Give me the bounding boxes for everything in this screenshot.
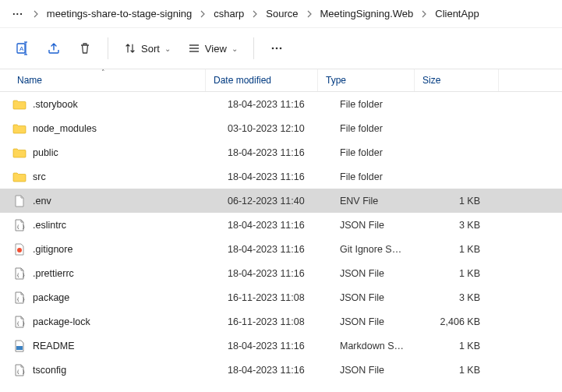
- file-type: JSON File: [318, 292, 415, 303]
- json-icon: { }: [12, 315, 27, 329]
- table-row[interactable]: src18-04-2023 11:16File folder: [0, 164, 562, 189]
- svg-point-12: [17, 248, 22, 253]
- file-type: File folder: [318, 147, 415, 158]
- svg-text:A: A: [19, 45, 24, 52]
- svg-text:{ }: { }: [16, 369, 25, 374]
- svg-text:{ }: { }: [16, 320, 25, 326]
- chevron-right-icon: [419, 10, 429, 18]
- git-icon: [12, 242, 27, 256]
- rename-button[interactable]: A: [8, 34, 37, 62]
- file-type: JSON File: [318, 365, 415, 376]
- separator: [253, 37, 254, 59]
- file-size: 1 KB: [415, 365, 499, 376]
- file-name: package: [33, 292, 69, 303]
- file-type: File folder: [318, 99, 415, 110]
- breadcrumb-item[interactable]: meetings-share-to-stage-signing: [44, 5, 195, 23]
- file-size: 1 KB: [415, 244, 499, 255]
- chevron-down-icon: ⌄: [232, 44, 238, 53]
- file-name: public: [33, 147, 58, 158]
- table-row[interactable]: { }package-lock16-11-2023 11:08JSON File…: [0, 309, 562, 334]
- table-row[interactable]: node_modules03-10-2023 12:10File folder: [0, 116, 562, 140]
- column-date-label: Date modified: [214, 75, 271, 86]
- sort-icon: [124, 42, 136, 55]
- file-name: node_modules: [33, 123, 97, 134]
- separator: [108, 37, 108, 59]
- file-date: 18-04-2023 11:16: [206, 171, 318, 182]
- sort-indicator-icon: ˄: [101, 69, 105, 76]
- md-icon: [12, 339, 27, 353]
- file-date: 16-11-2023 11:08: [206, 316, 318, 327]
- file-type: JSON File: [318, 220, 415, 231]
- table-row[interactable]: public18-04-2023 11:16File folder: [0, 140, 562, 164]
- table-row[interactable]: { }tsconfig18-04-2023 11:16JSON File1 KB: [0, 358, 562, 382]
- file-type: Markdown Source...: [318, 341, 415, 351]
- column-date[interactable]: Date modified: [206, 69, 318, 91]
- column-name[interactable]: Name ˄: [0, 69, 206, 91]
- delete-button[interactable]: [70, 34, 100, 62]
- file-name: src: [33, 171, 46, 182]
- table-row[interactable]: .storybook18-04-2023 11:16File folder: [0, 92, 562, 116]
- column-size[interactable]: Size: [415, 69, 499, 91]
- file-size: 1 KB: [415, 196, 499, 207]
- file-name: package-lock: [33, 316, 90, 327]
- svg-text:{ }: { }: [16, 296, 25, 302]
- svg-rect-16: [16, 346, 23, 350]
- file-size: 1 KB: [415, 341, 499, 351]
- breadcrumb-item[interactable]: ClientApp: [432, 5, 482, 23]
- column-name-label: Name: [17, 75, 42, 86]
- folder-icon: [12, 122, 27, 136]
- json-icon: { }: [12, 267, 27, 281]
- folder-icon: [12, 97, 27, 111]
- file-type: File folder: [318, 171, 415, 182]
- file-date: 06-12-2023 11:40: [206, 196, 318, 207]
- table-row[interactable]: { }package16-11-2023 11:08JSON File3 KB: [0, 285, 562, 309]
- view-button[interactable]: View ⌄: [180, 34, 246, 62]
- share-button[interactable]: [39, 34, 69, 62]
- file-type: ENV File: [318, 196, 415, 207]
- column-type-label: Type: [326, 75, 346, 86]
- folder-icon: [12, 146, 27, 160]
- chevron-right-icon: [198, 10, 207, 18]
- file-type: Git Ignore Source ...: [318, 244, 415, 255]
- file-date: 18-04-2023 11:16: [206, 268, 318, 279]
- file-date: 18-04-2023 11:16: [206, 99, 318, 110]
- breadcrumb-item[interactable]: Source: [263, 5, 301, 23]
- view-icon: [188, 42, 200, 55]
- svg-point-9: [275, 48, 277, 50]
- column-type[interactable]: Type: [318, 69, 415, 91]
- breadcrumb-item[interactable]: MeetingSigning.Web: [317, 5, 417, 23]
- chevron-down-icon: ⌄: [164, 44, 171, 53]
- breadcrumb-item[interactable]: csharp: [210, 5, 247, 23]
- folder-icon: [12, 170, 27, 184]
- file-name: .prettierrc: [33, 268, 74, 279]
- svg-text:{ }: { }: [16, 224, 25, 229]
- breadcrumb-overflow[interactable]: ···: [8, 8, 28, 19]
- chevron-right-icon: [250, 10, 260, 18]
- file-date: 03-10-2023 12:10: [206, 123, 318, 134]
- file-type: JSON File: [318, 268, 415, 279]
- table-row[interactable]: { }.prettierrc18-04-2023 11:16JSON File1…: [0, 261, 562, 285]
- file-name: .eslintrc: [33, 220, 66, 231]
- column-headers: Name ˄ Date modified Type Size: [0, 69, 562, 92]
- column-size-label: Size: [422, 75, 440, 86]
- file-size: 3 KB: [415, 292, 499, 303]
- file-name: README: [33, 341, 74, 351]
- json-icon: { }: [12, 363, 27, 377]
- more-button[interactable]: [262, 34, 292, 62]
- table-row[interactable]: README18-04-2023 11:16Markdown Source...…: [0, 334, 562, 358]
- svg-point-8: [271, 48, 274, 50]
- table-row[interactable]: .gitignore18-04-2023 11:16Git Ignore Sou…: [0, 237, 562, 261]
- file-date: 16-11-2023 11:08: [206, 292, 318, 303]
- breadcrumb: ··· meetings-share-to-stage-signing csha…: [0, 0, 562, 28]
- chevron-right-icon: [305, 10, 314, 18]
- file-date: 18-04-2023 11:16: [206, 147, 318, 158]
- sort-button[interactable]: Sort ⌄: [116, 34, 178, 62]
- table-row[interactable]: .env06-12-2023 11:40ENV File1 KB: [0, 189, 562, 213]
- file-date: 18-04-2023 11:16: [206, 365, 318, 376]
- table-row[interactable]: { }.eslintrc18-04-2023 11:16JSON File3 K…: [0, 213, 562, 237]
- file-name: tsconfig: [33, 365, 66, 376]
- file-date: 18-04-2023 11:16: [206, 341, 318, 351]
- svg-point-10: [279, 48, 281, 50]
- file-type: JSON File: [318, 316, 415, 327]
- file-type: File folder: [318, 123, 415, 134]
